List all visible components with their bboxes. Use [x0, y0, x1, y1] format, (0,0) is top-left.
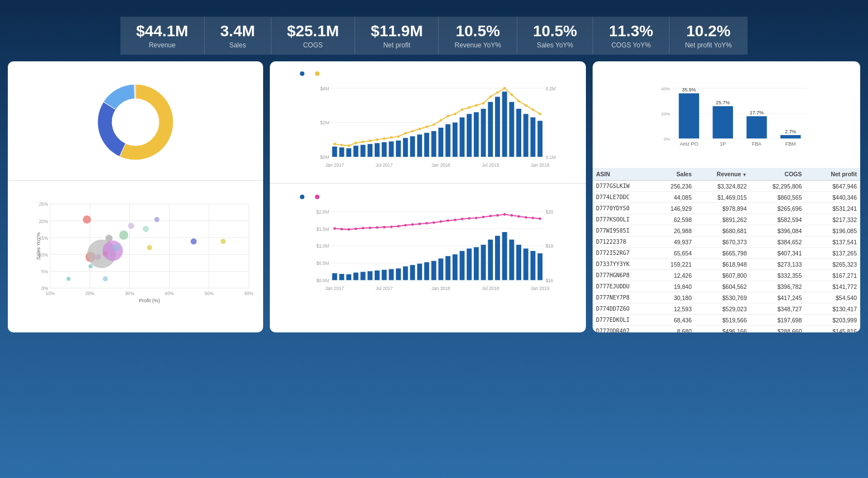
scatter-chart: 0%5%10%15%20%25%10%20%30%40%50%60%Profit…	[8, 192, 263, 320]
col-header-0: ASIN	[593, 168, 649, 181]
svg-point-105	[496, 91, 499, 94]
svg-rect-207	[746, 116, 767, 138]
cell-5-2: $670,373	[695, 236, 750, 248]
svg-text:Jul 2018: Jul 2018	[482, 286, 499, 291]
svg-point-88	[376, 138, 379, 141]
svg-text:35.9%: 35.9%	[682, 87, 696, 93]
cell-4-1: 26,988	[649, 225, 695, 236]
svg-text:Jan 2018: Jan 2018	[431, 163, 450, 168]
kpi-item-6: 11.3%COGS YoY%	[593, 17, 669, 55]
svg-rect-130	[353, 273, 358, 281]
cell-4-4: $196,085	[805, 225, 860, 236]
cell-10-0: D777NEY7P8	[593, 292, 649, 303]
svg-text:Amz PO: Amz PO	[680, 141, 699, 147]
cell-0-3: $2,295,806	[750, 181, 806, 192]
svg-text:50%: 50%	[205, 291, 214, 296]
cell-2-4: $531,241	[805, 203, 860, 214]
svg-point-177	[454, 219, 457, 221]
kpi-value-0: $44.1M	[136, 22, 188, 40]
table-row: D777NEY7P830,180$530,769$417,245$54,540	[593, 292, 860, 303]
svg-rect-132	[367, 271, 372, 280]
svg-text:0.2M: 0.2M	[546, 86, 556, 91]
svg-text:20%: 20%	[661, 112, 670, 117]
svg-text:25.7%: 25.7%	[716, 100, 730, 105]
svg-point-42	[221, 239, 226, 244]
svg-rect-61	[410, 136, 415, 157]
data-table-container[interactable]: ASINSalesRevenue ▼COGSNet profit D777GSL…	[593, 168, 860, 332]
cell-13-1: 8,680	[649, 326, 695, 333]
svg-point-165	[369, 226, 372, 229]
svg-point-90	[390, 136, 393, 139]
svg-rect-145	[460, 251, 465, 280]
svg-rect-53	[353, 146, 358, 157]
svg-rect-152	[509, 240, 514, 281]
svg-point-160	[333, 227, 336, 230]
svg-point-92	[404, 132, 407, 135]
svg-text:20%: 20%	[85, 291, 95, 296]
svg-point-178	[461, 218, 464, 220]
svg-rect-68	[460, 117, 465, 157]
svg-rect-141	[431, 261, 437, 280]
svg-text:Profit (%): Profit (%)	[139, 298, 160, 303]
svg-text:60%: 60%	[244, 291, 254, 296]
svg-point-100	[461, 108, 464, 111]
kpi-value-3: $11.9M	[371, 22, 423, 40]
table-row: D7770YDYS0146,929$978,894$265,696$531,24…	[593, 203, 860, 214]
svg-rect-75	[509, 102, 514, 157]
svg-rect-147	[474, 247, 479, 280]
svg-point-40	[103, 276, 108, 281]
cell-9-0: D777EJUDDU	[593, 281, 649, 292]
cell-1-3: $860,565	[750, 192, 806, 203]
donut-chart	[16, 70, 255, 173]
kpi-label-5: Sales YoY%	[533, 41, 577, 49]
cell-11-0: D774DD7Z6O	[593, 303, 649, 315]
svg-point-38	[191, 238, 197, 244]
svg-rect-156	[537, 253, 542, 280]
data-table: ASINSalesRevenue ▼COGSNet profit D777GSL…	[593, 168, 860, 332]
svg-rect-77	[523, 114, 528, 157]
cell-0-2: $3,324,822	[695, 181, 750, 192]
svg-text:$2M: $2M	[320, 120, 329, 125]
cell-6-4: $137,265	[805, 248, 860, 259]
table-row: D777QDR4078,680$496,166$288,660$145,816	[593, 326, 860, 333]
svg-rect-58	[389, 142, 394, 157]
svg-text:Jan 2017: Jan 2017	[325, 163, 344, 168]
svg-rect-62	[417, 134, 422, 157]
cell-3-0: D777KSOOLI	[593, 214, 649, 225]
cell-8-3: $332,355	[750, 270, 806, 281]
svg-text:40%: 40%	[661, 86, 670, 91]
svg-point-183	[496, 214, 499, 217]
cell-7-2: $618,948	[695, 259, 750, 270]
svg-point-182	[489, 215, 492, 218]
cell-6-1: 65,654	[649, 248, 695, 259]
svg-rect-143	[445, 256, 450, 280]
svg-text:$2.0M: $2.0M	[317, 210, 329, 215]
svg-rect-148	[481, 245, 486, 280]
svg-point-86	[362, 141, 365, 143]
kpi-value-6: 11.3%	[609, 22, 653, 40]
svg-point-98	[447, 115, 449, 118]
cell-11-4: $130,417	[805, 303, 860, 315]
svg-text:Jul 2017: Jul 2017	[376, 286, 393, 291]
svg-rect-134	[382, 270, 387, 280]
svg-rect-146	[467, 249, 472, 281]
table-row: D774DD7Z6O12,593$529,023$348,727$130,417	[593, 303, 860, 315]
cell-3-1: 62,598	[649, 214, 695, 225]
svg-point-37	[154, 217, 159, 222]
svg-rect-210	[780, 135, 801, 138]
svg-point-84	[347, 144, 350, 147]
svg-text:Jul 2018: Jul 2018	[482, 163, 499, 168]
cell-6-3: $407,341	[750, 248, 806, 259]
svg-point-99	[454, 113, 457, 115]
svg-text:$0.5M: $0.5M	[317, 261, 329, 266]
svg-point-34	[119, 230, 128, 239]
svg-point-188	[532, 217, 535, 220]
left-panel: 0%5%10%15%20%25%10%20%30%40%50%60%Profit…	[8, 61, 263, 332]
svg-point-39	[66, 277, 70, 281]
svg-text:$4M: $4M	[320, 86, 329, 91]
svg-point-107	[511, 93, 513, 96]
svg-text:Jan 2019: Jan 2019	[531, 163, 550, 168]
profit-chart: 0%20%40%35.9%Amz PO25.7%1P17.7%FBA2.7%FB…	[600, 70, 852, 168]
svg-point-180	[475, 217, 478, 220]
svg-rect-72	[488, 102, 493, 157]
